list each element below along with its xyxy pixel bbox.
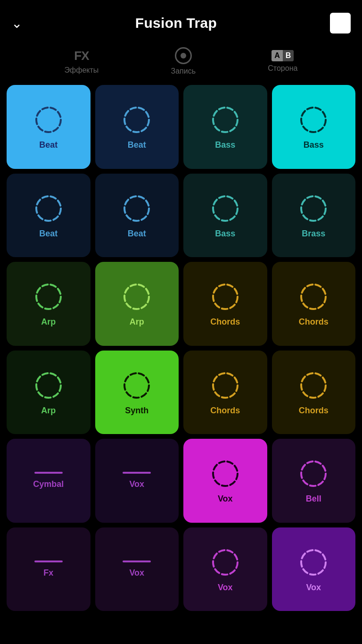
fx-icon: FX [74, 49, 89, 63]
svg-point-0 [36, 108, 61, 132]
pad-label: Arp [41, 317, 56, 327]
pad-beat-2[interactable]: Beat [95, 85, 179, 169]
svg-point-19 [301, 550, 326, 575]
svg-point-4 [36, 196, 61, 221]
dashed-circle-icon [32, 280, 65, 313]
pad-label: Chords [210, 317, 240, 327]
dashed-circle-icon [209, 369, 242, 402]
pad-bass-7[interactable]: Bass [183, 174, 267, 258]
svg-point-3 [301, 108, 326, 132]
pad-bell-20[interactable]: Bell [272, 439, 356, 523]
pad-synth-14[interactable]: Synth [95, 351, 179, 435]
pad-label: Fx [43, 568, 53, 578]
pad-label: Chords [299, 317, 329, 327]
pad-grid: BeatBeatBassBassBeatBeatBassBrassArpArpC… [0, 85, 362, 620]
pad-label: Vox [218, 583, 233, 593]
pad-fx-21[interactable]: Fx [7, 527, 90, 611]
pad-label: Beat [128, 140, 146, 150]
svg-point-7 [301, 196, 326, 221]
svg-point-15 [301, 373, 326, 398]
ab-b: B [283, 50, 294, 61]
dashed-circle-icon [297, 192, 330, 225]
svg-point-13 [124, 373, 149, 398]
dash-line-icon [34, 560, 63, 562]
fx-label: Эффекты [65, 66, 99, 75]
dashed-circle-icon [209, 280, 242, 313]
pad-label: Chords [299, 406, 329, 416]
pad-chords-16[interactable]: Chords [272, 351, 356, 435]
pad-label: Arp [130, 317, 144, 327]
dashed-circle-icon [297, 103, 330, 136]
dashed-circle-icon [209, 103, 242, 136]
ab-button[interactable]: A B Сторона [268, 50, 297, 73]
pad-label: Beat [39, 140, 58, 150]
page-title: Fusion Trap [135, 15, 217, 31]
pad-bass-3[interactable]: Bass [183, 85, 267, 169]
svg-point-9 [124, 284, 149, 309]
pad-label: Brass [302, 229, 325, 239]
record-icon [175, 47, 192, 64]
pad-label: Vox [129, 568, 144, 578]
dash-line-icon [123, 560, 151, 562]
pad-label: Bass [215, 229, 235, 239]
record-inner [181, 53, 186, 59]
svg-point-2 [213, 108, 238, 132]
dashed-circle-icon [297, 280, 330, 313]
pad-vox-18[interactable]: Vox [95, 439, 179, 523]
pad-vox-24[interactable]: Vox [272, 527, 356, 611]
pad-label: Bass [304, 140, 324, 150]
svg-point-10 [213, 284, 238, 309]
dashed-circle-icon [297, 546, 330, 579]
chevron-down-icon[interactable]: ⌄ [11, 16, 22, 31]
fx-button[interactable]: FX Эффекты [65, 49, 99, 75]
pad-vox-22[interactable]: Vox [95, 527, 179, 611]
pad-vox-23[interactable]: Vox [183, 527, 267, 611]
pad-beat-6[interactable]: Beat [95, 174, 179, 258]
svg-point-11 [301, 284, 326, 309]
dashed-circle-icon [32, 192, 65, 225]
pad-label: Cymbal [33, 479, 64, 489]
pad-label: Bass [215, 140, 235, 150]
pad-cymbal-17[interactable]: Cymbal [7, 439, 90, 523]
pad-vox-19[interactable]: Vox [183, 439, 267, 523]
pad-chords-12[interactable]: Chords [272, 262, 356, 346]
pad-label: Vox [218, 494, 233, 504]
dashed-circle-icon [120, 103, 153, 136]
record-button[interactable]: Запись [171, 47, 196, 75]
pad-chords-15[interactable]: Chords [183, 351, 267, 435]
pad-label: Beat [39, 229, 58, 239]
ab-icon: A B [272, 50, 294, 61]
svg-point-8 [36, 284, 61, 309]
svg-point-6 [213, 196, 238, 221]
svg-point-16 [213, 461, 238, 486]
svg-point-5 [124, 196, 149, 221]
dashed-circle-icon [209, 457, 242, 490]
pad-label: Vox [306, 583, 321, 593]
svg-point-12 [36, 373, 61, 398]
header: ⌄ Fusion Trap [0, 0, 362, 42]
svg-point-14 [213, 373, 238, 398]
dashed-circle-icon [120, 192, 153, 225]
pad-label: Beat [128, 229, 146, 239]
white-square-button[interactable] [330, 13, 351, 33]
dashed-circle-icon [209, 546, 242, 579]
pad-beat-5[interactable]: Beat [7, 174, 90, 258]
ab-label: Сторона [268, 64, 297, 73]
dash-line-icon [34, 472, 63, 474]
svg-point-1 [124, 108, 149, 132]
dashed-circle-icon [209, 192, 242, 225]
record-label: Запись [171, 67, 196, 75]
pad-label: Vox [129, 479, 144, 489]
dashed-circle-icon [297, 457, 330, 490]
pad-label: Chords [210, 406, 240, 416]
pad-bass-4[interactable]: Bass [272, 85, 356, 169]
pad-label: Synth [125, 406, 148, 416]
pad-brass-8[interactable]: Brass [272, 174, 356, 258]
pad-beat-1[interactable]: Beat [7, 85, 90, 169]
pad-arp-9[interactable]: Arp [7, 262, 90, 346]
pad-arp-10[interactable]: Arp [95, 262, 179, 346]
dashed-circle-icon [297, 369, 330, 402]
dashed-circle-icon [120, 280, 153, 313]
pad-arp-13[interactable]: Arp [7, 351, 90, 435]
pad-chords-11[interactable]: Chords [183, 262, 267, 346]
